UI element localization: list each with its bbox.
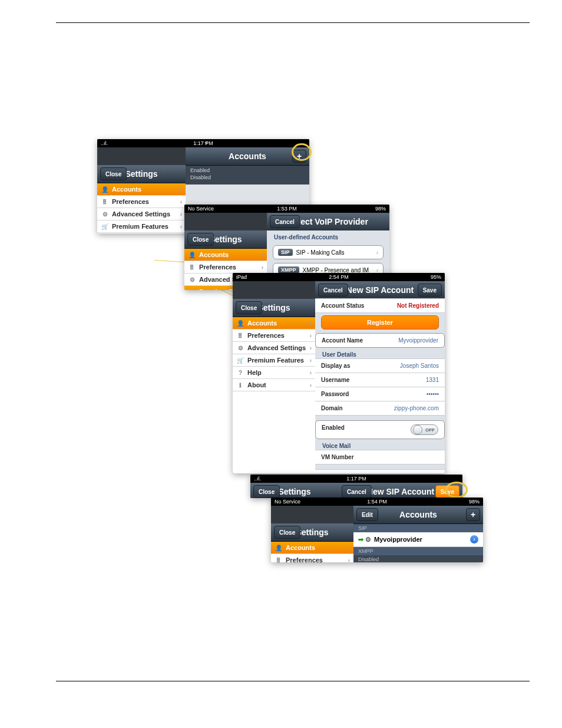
user-defined-header: User-defined Accounts <box>267 230 389 242</box>
add-account-button[interactable]: + <box>466 508 480 521</box>
clock: 1:17 PM <box>346 476 366 482</box>
register-button[interactable]: Register <box>321 315 439 330</box>
cell-label: XMPP - Presence and IM <box>303 267 369 274</box>
protocol-badge: SIP <box>278 249 293 256</box>
prefs-icon: 🎚 <box>236 332 244 339</box>
enabled-disabled-header: Enabled Disabled <box>186 166 309 185</box>
chevron-right-icon: › <box>310 370 312 376</box>
account-row[interactable]: ➡ ⚙ Myvoipprovider › <box>353 532 483 547</box>
status-bar: iPad 2:54 PM 95% <box>233 273 445 281</box>
prefs-icon: 🎚 <box>101 199 109 205</box>
settings-navbar: Close Settings <box>97 165 186 183</box>
close-button[interactable]: Close <box>187 233 214 246</box>
account-name-row[interactable]: Account Name Myvoipprovider <box>315 333 445 348</box>
settings-navbar: Close Settings <box>271 523 353 542</box>
status-arrow-icon: ➡ <box>358 536 363 543</box>
sidebar-item-accounts[interactable]: 👤Accounts› <box>97 183 186 196</box>
sidebar-item-accounts[interactable]: 👤Accounts› <box>233 317 315 330</box>
close-button[interactable]: Close <box>274 526 300 539</box>
sidebar-item-about[interactable]: ℹAbout› <box>233 379 315 391</box>
accounts-title: Accounts <box>229 151 266 161</box>
enabled-row[interactable]: Enabled OFF <box>315 420 445 439</box>
accounts-list-detail: Edit Accounts + SIP ➡ ⚙ Myvoipprovider ›… <box>353 506 483 562</box>
save-button[interactable]: Save <box>418 284 442 297</box>
settings-sidebar: Close Settings 👤Accounts›🎚Preferences›⚙A… <box>233 299 316 473</box>
sip-section-band: SIP <box>353 524 483 532</box>
sidebar-item-label: Accounts <box>112 186 141 193</box>
cancel-button[interactable]: Cancel <box>318 284 348 297</box>
settings-navbar: Close Settings <box>184 230 267 249</box>
status-bar: No Service 1:54 PM 98% <box>271 498 483 506</box>
device-label: iPad <box>236 274 247 280</box>
sidebar-item-prem[interactable]: 🛒Premium Features› <box>233 354 315 367</box>
about-icon: ℹ <box>236 382 244 388</box>
dial-plan-row[interactable]: Dial Plan (Number Prefixes)› <box>315 469 445 473</box>
chevron-right-icon: › <box>180 211 182 218</box>
sidebar-item-prefs[interactable]: 🎚Preferences› <box>233 330 315 342</box>
help-icon: ? <box>236 370 244 376</box>
disclosure-icon[interactable]: › <box>470 535 478 543</box>
voip-title: Select VoIP Provider <box>288 217 368 226</box>
sidebar-item-adv[interactable]: ⚙Advanced Settings› <box>233 342 315 354</box>
chevron-right-icon: › <box>310 332 312 339</box>
chevron-right-icon: › <box>180 186 182 193</box>
status-value: Not Registered <box>397 302 439 309</box>
close-button[interactable]: Close <box>253 485 280 498</box>
chevron-right-icon: › <box>262 264 263 271</box>
accounts-icon: 👤 <box>188 252 196 258</box>
save-button[interactable]: Save <box>435 485 459 498</box>
accounts-navbar: Accounts + <box>186 147 309 166</box>
edit-button[interactable]: Edit <box>356 508 378 521</box>
clock: 2:54 PM <box>329 274 349 280</box>
sidebar-item-label: Accounts <box>199 251 229 258</box>
status-bar: ..ıl. ᯤ 1:17 PM <box>97 139 309 147</box>
sidebar-item-help[interactable]: ?Help› <box>97 233 186 233</box>
chevron-right-icon: › <box>310 382 312 388</box>
sidebar-item-label: Accounts <box>286 544 315 551</box>
prefs-icon: 🎚 <box>275 557 283 563</box>
sidebar-item-adv[interactable]: ⚙Advanced Settings› <box>97 208 186 220</box>
cancel-button[interactable]: Cancel <box>270 215 300 228</box>
battery-pct: 95% <box>431 274 441 280</box>
settings-title: Settings <box>125 169 157 179</box>
accounts-navbar: Edit Accounts + <box>353 506 483 524</box>
cancel-button[interactable]: Cancel <box>342 485 372 498</box>
domain-row[interactable]: Domainzippy-phone.com <box>315 401 445 416</box>
accounts-icon: 👤 <box>275 545 283 551</box>
prem-icon: 🛒 <box>236 357 244 364</box>
add-account-button[interactable]: + <box>292 150 306 163</box>
enabled-toggle[interactable]: OFF <box>411 424 438 435</box>
chevron-right-icon: › <box>376 267 378 274</box>
adv-icon: ⚙ <box>236 345 244 351</box>
battery-pct: 98% <box>375 206 386 212</box>
settings-navbar: Close Settings <box>250 483 339 498</box>
close-button[interactable]: Close <box>236 301 262 314</box>
sidebar-item-prem[interactable]: 🛒Premium Features› <box>97 220 186 233</box>
password-row[interactable]: Password•••••• <box>315 387 445 401</box>
sidebar-item-prefs[interactable]: 🎚Preferences› <box>271 554 353 562</box>
top-rule <box>56 22 530 23</box>
prefs-icon: 🎚 <box>188 264 196 271</box>
voip-type-cell[interactable]: SIPSIP - Making Calls› <box>273 245 384 259</box>
sidebar-item-help[interactable]: ?Help› <box>233 367 315 379</box>
username-row[interactable]: Username1331 <box>315 373 445 387</box>
settings-title: Settings <box>209 235 242 244</box>
sip-navbar: Cancel New SIP Account Save <box>339 483 462 498</box>
close-button[interactable]: Close <box>100 167 127 180</box>
sidebar-item-accounts[interactable]: 👤Accounts› <box>184 249 267 261</box>
chevron-right-icon: › <box>310 357 312 364</box>
accounts-icon: 👤 <box>236 320 244 327</box>
voice-mail-header: Voice Mail <box>315 439 445 450</box>
adv-icon: ⚙ <box>101 211 109 218</box>
new-sip-detail: Cancel New SIP Account Save Account Stat… <box>315 281 445 473</box>
status-bar: No Service 1:53 PM 98% <box>184 205 389 213</box>
gear-icon: ⚙ <box>365 536 371 543</box>
chevron-right-icon: › <box>348 545 350 551</box>
sidebar-item-accounts[interactable]: 👤Accounts› <box>271 542 353 554</box>
vm-number-row[interactable]: VM Number <box>315 450 445 465</box>
sidebar-item-prefs[interactable]: 🎚Preferences› <box>184 261 267 274</box>
sidebar-item-prefs[interactable]: 🎚Preferences› <box>97 196 186 208</box>
account-status-row: Account Status Not Registered <box>315 298 445 313</box>
display-as-row[interactable]: Display asJoseph Santos <box>315 358 445 373</box>
sidebar-item-label: Premium Features <box>247 357 304 364</box>
